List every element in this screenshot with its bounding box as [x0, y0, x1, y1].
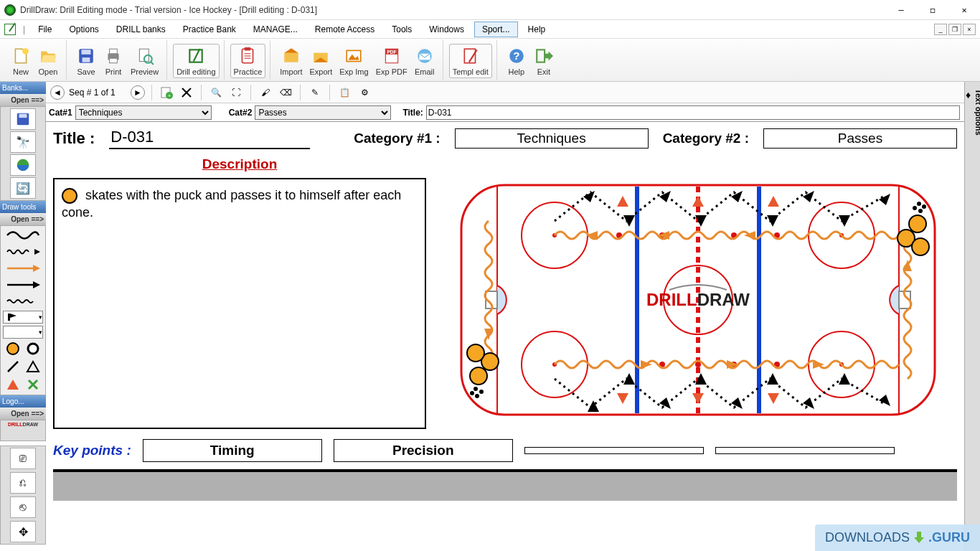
edit-icon[interactable]: [4, 24, 16, 35]
menu-options[interactable]: Options: [62, 22, 105, 37]
banks-open-toggle[interactable]: Open ==>: [0, 94, 46, 106]
tool-circle-outline[interactable]: [24, 341, 42, 357]
menu-help[interactable]: Help: [521, 22, 553, 37]
help-button[interactable]: ? Help: [503, 44, 530, 78]
seq-next-button[interactable]: ►: [131, 85, 145, 100]
svg-point-120: [913, 206, 917, 210]
export-button[interactable]: Export: [306, 44, 336, 78]
logo-panel-header[interactable]: Logo...: [0, 395, 46, 408]
drawtools-open-toggle[interactable]: Open ==>: [0, 213, 46, 225]
exit-icon: [534, 46, 554, 66]
mdi-close-button[interactable]: ×: [963, 24, 976, 35]
bank-refresh-icon[interactable]: 🔄: [10, 177, 36, 199]
drawtools-panel-header[interactable]: Draw tools: [0, 201, 46, 213]
tool-wavy-arrow[interactable]: [3, 245, 43, 259]
zoom-button[interactable]: 🔍: [208, 85, 224, 100]
tool-orange-arrow[interactable]: [3, 261, 43, 276]
mdi-restore-button[interactable]: ❐: [948, 24, 961, 35]
bank-binoculars-icon[interactable]: 🔭: [10, 131, 36, 153]
preview-button[interactable]: Preview: [127, 44, 162, 78]
clipboard-button[interactable]: 📋: [336, 85, 352, 100]
new-button[interactable]: New: [7, 44, 34, 78]
seq-prev-button[interactable]: ◄: [50, 85, 65, 100]
banks-panel-header[interactable]: Banks...: [0, 82, 46, 94]
svg-marker-44: [7, 380, 19, 390]
doc-cat1-value[interactable]: Techniques: [455, 128, 649, 149]
email-icon: [415, 46, 435, 66]
window-close-button[interactable]: ✕: [948, 0, 980, 20]
keypoint-2[interactable]: Precision: [334, 439, 513, 462]
open-button[interactable]: Open: [34, 44, 62, 78]
seq-delete-button[interactable]: [179, 85, 194, 100]
svg-point-118: [922, 204, 926, 209]
template-edit-button[interactable]: Templ edit: [449, 44, 492, 78]
fit-button[interactable]: ⛶: [228, 85, 244, 100]
tool-triangle-filled[interactable]: [4, 377, 22, 392]
eraser-button[interactable]: ⌫: [278, 85, 293, 100]
export-image-button[interactable]: Exp Img: [336, 44, 372, 78]
layout-tool-2[interactable]: ⎌: [10, 472, 36, 494]
doc-title-value[interactable]: D-031: [109, 128, 310, 149]
tool-curvy-line[interactable]: [3, 228, 43, 242]
description-box[interactable]: skates with the puck and passes it to hi…: [53, 178, 426, 429]
settings-button[interactable]: ⚙: [357, 85, 372, 100]
window-minimize-button[interactable]: —: [885, 0, 917, 20]
layout-tool-3[interactable]: ⎋: [10, 496, 36, 518]
sequence-toolbar: ◄ Seq # 1 of 1 ► + 🔍 ⛶ 🖌 ⌫ ✎ 📋 ⚙: [46, 82, 964, 103]
mdi-minimize-button[interactable]: _: [934, 24, 947, 35]
cat2-select[interactable]: Passes: [255, 105, 391, 120]
email-button[interactable]: Email: [411, 44, 438, 78]
print-button[interactable]: Print: [100, 44, 127, 78]
svg-marker-43: [27, 362, 39, 372]
practice-button[interactable]: Practice: [230, 44, 266, 78]
keypoint-4[interactable]: [715, 447, 895, 454]
edit-object-button[interactable]: ✎: [307, 85, 323, 100]
rink-diagram[interactable]: DRILLDRAW: [439, 178, 957, 422]
svg-rect-5: [110, 49, 118, 54]
bank-globe-icon[interactable]: [10, 154, 36, 176]
doc-cat2-value[interactable]: Passes: [763, 128, 957, 149]
cat1-select[interactable]: Techniques: [75, 105, 212, 120]
drill-editing-button[interactable]: Drill editing: [173, 44, 219, 78]
print-icon: [103, 46, 123, 66]
bank-disk-icon[interactable]: [10, 108, 36, 130]
tool-small-wave[interactable]: [3, 294, 43, 309]
menu-drill-banks[interactable]: DRILL banks: [109, 22, 173, 37]
tool-flag-select[interactable]: ▾: [3, 311, 43, 324]
layout-tool-4[interactable]: ✥: [10, 521, 36, 542]
tool-black-arrow[interactable]: [3, 278, 43, 292]
svg-point-114: [470, 367, 487, 385]
brush-button[interactable]: 🖌: [258, 85, 273, 100]
seq-add-button[interactable]: +: [159, 85, 174, 100]
menu-file[interactable]: File: [31, 22, 59, 37]
menu-remote-access[interactable]: Remote Access: [308, 22, 382, 37]
keypoint-3[interactable]: [524, 447, 704, 454]
tool-blank-select[interactable]: ▾: [3, 326, 43, 339]
export-pdf-button[interactable]: PDF Exp PDF: [372, 44, 411, 78]
save-button[interactable]: Save: [72, 44, 100, 78]
tool-triangle-outline[interactable]: [24, 359, 42, 375]
tool-circle-filled[interactable]: [4, 341, 22, 357]
menu-windows[interactable]: Windows: [422, 22, 471, 37]
menu-tools[interactable]: Tools: [385, 22, 419, 37]
doc-cat2-label: Category #2 :: [663, 131, 749, 146]
player-puck-icon: [62, 188, 77, 204]
keypoint-1[interactable]: Timing: [143, 439, 322, 462]
menu-practice-bank[interactable]: Practice Bank: [176, 22, 243, 37]
layout-tool-1[interactable]: ⎚: [10, 448, 36, 469]
svg-point-111: [909, 215, 926, 232]
window-title: DrillDraw: Drill Editing mode - Trial ve…: [20, 5, 885, 15]
import-button[interactable]: Import: [276, 44, 306, 78]
logo-open-toggle[interactable]: Open ==>: [0, 408, 46, 420]
menu-manage[interactable]: MANAGE...: [246, 22, 305, 37]
exit-button[interactable]: Exit: [530, 44, 557, 78]
tool-diagonal-line[interactable]: [4, 359, 22, 375]
window-maximize-button[interactable]: ◻: [917, 0, 948, 20]
svg-rect-38: [8, 314, 10, 321]
title-input[interactable]: [426, 105, 960, 120]
text-options-tab[interactable]: ♦Text options: [964, 82, 980, 551]
menu-sport[interactable]: Sport...: [474, 22, 518, 37]
document-area: Title : D-031 Category #1 : Techniques C…: [46, 122, 964, 551]
tool-delete-x[interactable]: [24, 377, 42, 392]
menu-bar: | File Options DRILL banks Practice Bank…: [0, 20, 980, 39]
